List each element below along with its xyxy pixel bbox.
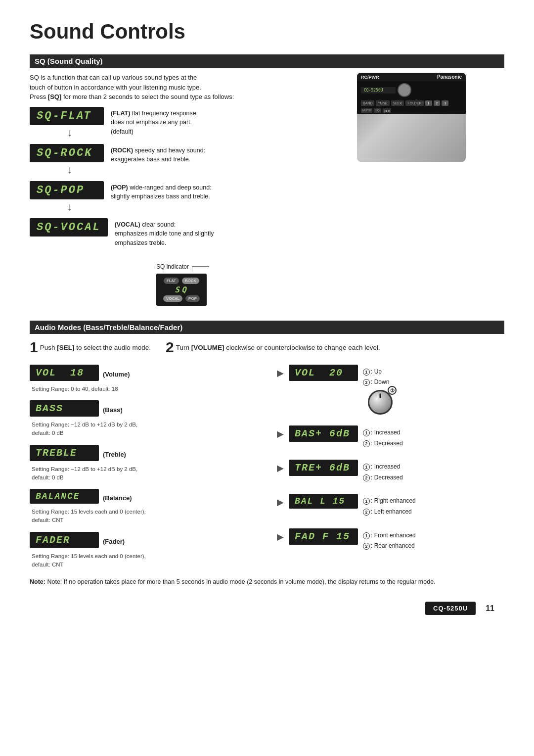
sq-indicator-sq-text: SQ [175,285,188,294]
device-band-btn: BAND [361,100,374,106]
vol-options-area: 1: Up 2: Down ② [363,365,393,415]
vol-options: 1: Up 2: Down [363,365,393,388]
sq-pill-pop: POP [185,295,200,302]
device-top-bar: RC/PWR Panasonic [357,73,466,81]
spacer-vol [277,419,504,425]
circle-2-treble: 2 [363,474,370,481]
mode-after-fader: ▶ FAD F 15 1: Front enhanced 2: Rear enh… [277,528,504,552]
sq-pill-vocal: VOCAL [163,295,182,302]
mode-row-treble: TREBLE (Treble) [30,445,267,461]
mode-setting-balance: Setting Range: 15 levels each and 0 (cen… [32,508,267,525]
mode-display-fader: FADER [30,532,99,548]
device-preset-2: 2 [434,100,441,106]
audio-modes-header: Audio Modes (Bass/Treble/Balance/Fader) [30,321,504,334]
circle-2-bass: 2 [363,440,370,447]
circle-1-treble: 1 [363,464,370,471]
sq-display-pop: SQ-POP [30,181,104,199]
steps-row: 1 Push [SEL] to select the audio mode. 2… [30,339,504,356]
device-preset-1: 1 [425,100,432,106]
mode-setting-treble: Setting Range: −12 dB to +12 dB by 2 dB,… [32,465,267,482]
mode-after-treble: ▶ TRE+ 6dB 1: Increased 2: Decreased [277,460,504,483]
arrow-bass: ▶ [277,425,284,439]
arrow-down-1: ↓ [61,126,73,139]
device-folder-btn: FOLDER [405,100,423,106]
sq-indicator-arrow [192,262,212,272]
mode-after-bass: ▶ BAS+ 6dB 1: Increased 2: Decreased [277,425,504,449]
device-mini-display: CQ-5250U [361,87,396,94]
step2-num: 2 [166,339,174,356]
sq-desc-flat: (FLAT) flat frequency response:does not … [111,107,198,137]
sq-mode-vocal: SQ-VOCAL (VOCAL) clear sound:emphasizes … [30,218,309,248]
footer-area: CQ-5250U 11 [30,592,504,615]
mode-label-volume: (Volume) [103,368,133,378]
note-box: Note: Note: If no operation takes place … [30,577,504,587]
mode-setting-vol: Setting Range: 0 to 40, default: 18 [32,385,267,393]
device-preset-3: 3 [442,100,448,106]
mode-after-display-fader: FAD F 15 [289,528,358,545]
arrow-vol: ▶ [277,365,284,378]
sq-display-rock: SQ-ROCK [30,144,104,162]
treble-options: 1: Increased 2: Decreased [363,460,403,483]
sq-indicator-top-row: FLAT ROCK [164,278,199,284]
device-button-bar: BAND TUNE SEEK FOLDER 1 2 3 [357,99,466,107]
sq-mode-pop: SQ-POP ↓ (POP) wide-ranged and deep soun… [30,181,309,214]
mode-row-balance: BALANCE (Balance) [30,489,267,504]
device-bottom-bar: MUTE SQ |◀◀ [357,107,466,114]
arrow-fader: ▶ [277,528,284,542]
sq-intro: SQ is a function that can call up variou… [30,73,309,102]
mode-row-volume: VOL 18 (Volume) [30,365,267,381]
mode-after-display-balance: BAL L 15 [289,494,358,509]
arrow-balance: ▶ [277,494,284,508]
device-rc-pwr: RC/PWR [361,75,379,80]
knob-marker [380,393,381,398]
spacer-bass [277,453,504,460]
step1-num: 1 [30,339,38,356]
sq-display-flat: SQ-FLAT [30,107,104,125]
sq-mode-flat: SQ-FLAT ↓ (FLAT) flat frequency response… [30,107,309,140]
audio-modes-section: Audio Modes (Bass/Treble/Balance/Fader) … [30,321,504,587]
circle-2-vol: 2 [363,379,370,386]
mode-after-display-treble: TRE+ 6dB [289,460,358,476]
mode-display-balance: BALANCE [30,489,99,504]
sq-display-vocal: SQ-VOCAL [30,218,108,236]
spacer-treble [277,487,504,494]
page-title: Sound Controls [30,20,504,44]
device-sq-btn: SQ [374,108,381,113]
circle-2-balance: 2 [363,509,370,516]
mode-after-volume: ▶ VOL 20 1: Up 2: Down ② [277,365,504,415]
mode-display-treble: TREBLE [30,445,99,461]
mode-label-balance: (Balance) [103,491,133,502]
step2-text: Turn [VOLUME] clockwise or counterclockw… [176,339,380,353]
bass-options: 1: Increased 2: Decreased [363,425,403,449]
balance-options: 1: Right enhanced 2: Left enhanced [363,494,416,517]
mode-setting-fader: Setting Range: 15 levels each and 0 (cen… [32,552,267,569]
modes-left-col: VOL 18 (Volume) Setting Range: 0 to 40, … [30,365,267,569]
step2: 2 Turn [VOLUME] clockwise or countercloc… [166,339,380,356]
device-image: RC/PWR Panasonic CQ-5250U BAND TUNE SEEK… [357,73,466,162]
mode-after-display-bass: BAS+ 6dB [289,425,358,442]
modes-grid: VOL 18 (Volume) Setting Range: 0 to 40, … [30,365,504,569]
sq-section-header: SQ (Sound Quality) [30,54,504,68]
sq-indicator-bottom-row: VOCAL POP [163,295,200,302]
device-mute-btn: MUTE [361,108,372,113]
sq-pill-rock: ROCK [182,278,199,284]
mode-row-bass: BASS (Bass) [30,400,267,417]
mode-label-fader: (Fader) [103,535,133,545]
arrow-treble: ▶ [277,460,284,473]
sq-right-col: RC/PWR Panasonic CQ-5250U BAND TUNE SEEK… [318,73,504,306]
mode-after-display-vol: VOL 20 [289,365,358,381]
volume-knob-container: ② [368,390,393,415]
sq-left-col: SQ is a function that can call up variou… [30,73,309,306]
sq-desc-pop: (POP) wide-ranged and deep sound:slightl… [111,181,212,202]
mode-label-treble: (Treble) [103,448,133,458]
mode-display-bass: BASS [30,400,99,417]
page-number: 11 [486,604,494,613]
spacer-balance [277,521,504,528]
device-tune-btn: TUNE [376,100,389,106]
mode-display-vol: VOL 18 [30,365,99,381]
device-panasonic-logo: Panasonic [437,74,462,80]
sq-indicator-label: SQ indicator [156,263,189,270]
device-middle-bar: CQ-5250U [357,81,466,99]
sq-modes-list: SQ-FLAT ↓ (FLAT) flat frequency response… [30,107,309,252]
sq-section: SQ is a function that can call up variou… [30,73,504,306]
